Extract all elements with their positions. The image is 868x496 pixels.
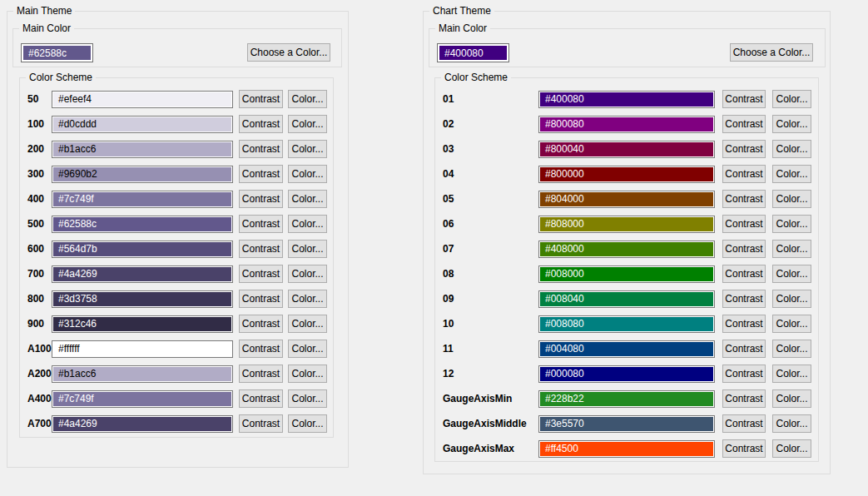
scheme-row: 50 #efeef4 Contrast Color... xyxy=(27,87,333,112)
color-button[interactable]: Color... xyxy=(288,165,327,183)
color-button[interactable]: Color... xyxy=(772,265,811,283)
color-button[interactable]: Color... xyxy=(288,265,327,283)
main-color-groupbox: Main Color #62588c Choose a Color... xyxy=(12,28,342,67)
color-swatch: #804000 xyxy=(538,191,715,208)
contrast-button[interactable]: Contrast xyxy=(722,190,766,208)
scheme-row: A700 #4a4269 Contrast Color... xyxy=(27,411,333,436)
contrast-button[interactable]: Contrast xyxy=(239,165,283,183)
scheme-row: 02 #800080 Contrast Color... xyxy=(443,112,818,136)
contrast-button[interactable]: Contrast xyxy=(239,340,283,358)
choose-color-button[interactable]: Choose a Color... xyxy=(247,43,330,62)
contrast-button[interactable]: Contrast xyxy=(722,365,766,383)
contrast-button[interactable]: Contrast xyxy=(722,290,766,308)
row-label: 03 xyxy=(443,143,538,155)
scheme-row: 12 #000080 Contrast Color... xyxy=(443,361,818,386)
scheme-row: 100 #d0cddd Contrast Color... xyxy=(27,112,333,136)
color-button[interactable]: Color... xyxy=(288,315,327,333)
contrast-button[interactable]: Contrast xyxy=(239,389,283,408)
scheme-row: 900 #312c46 Contrast Color... xyxy=(27,311,333,336)
color-swatch: #4a4269 xyxy=(52,265,233,283)
contrast-button[interactable]: Contrast xyxy=(722,265,766,283)
contrast-button[interactable]: Contrast xyxy=(239,190,283,208)
color-button[interactable]: Color... xyxy=(288,340,327,358)
color-scheme-title: Color Scheme xyxy=(441,72,511,84)
contrast-button[interactable]: Contrast xyxy=(722,315,766,333)
scheme-row: 11 #004080 Contrast Color... xyxy=(443,336,818,361)
color-button[interactable]: Color... xyxy=(772,365,811,383)
color-button[interactable]: Color... xyxy=(772,389,811,408)
row-label: A700 xyxy=(27,418,52,429)
contrast-button[interactable]: Contrast xyxy=(239,140,283,158)
color-button[interactable]: Color... xyxy=(288,240,327,258)
color-button[interactable]: Color... xyxy=(772,414,811,433)
row-label: 06 xyxy=(443,218,538,230)
color-button[interactable]: Color... xyxy=(772,140,811,158)
contrast-button[interactable]: Contrast xyxy=(239,290,283,308)
color-button[interactable]: Color... xyxy=(288,90,327,108)
color-button[interactable]: Color... xyxy=(772,340,811,358)
scheme-row: 09 #008040 Contrast Color... xyxy=(443,286,818,311)
color-button[interactable]: Color... xyxy=(288,365,327,383)
contrast-button[interactable]: Contrast xyxy=(722,240,766,258)
color-swatch: #400080 xyxy=(538,91,715,108)
scheme-row: 05 #804000 Contrast Color... xyxy=(443,186,818,211)
color-button[interactable]: Color... xyxy=(772,115,811,133)
row-label: 500 xyxy=(27,218,52,230)
contrast-button[interactable]: Contrast xyxy=(722,414,766,433)
color-button[interactable]: Color... xyxy=(772,215,811,233)
color-button[interactable]: Color... xyxy=(772,165,811,183)
contrast-button[interactable]: Contrast xyxy=(722,215,766,233)
color-swatch: #b1acc6 xyxy=(52,365,233,383)
color-swatch: #4a4269 xyxy=(52,415,233,433)
color-button[interactable]: Color... xyxy=(288,414,327,433)
contrast-button[interactable]: Contrast xyxy=(722,340,766,358)
color-button[interactable]: Color... xyxy=(772,439,811,458)
row-label: 07 xyxy=(443,243,538,255)
color-button[interactable]: Color... xyxy=(288,290,327,308)
contrast-button[interactable]: Contrast xyxy=(722,439,766,458)
color-button[interactable]: Color... xyxy=(772,315,811,333)
color-button[interactable]: Color... xyxy=(288,140,327,158)
scheme-row: 700 #4a4269 Contrast Color... xyxy=(27,261,333,286)
color-button[interactable]: Color... xyxy=(772,90,811,108)
contrast-button[interactable]: Contrast xyxy=(722,389,766,408)
contrast-button[interactable]: Contrast xyxy=(722,115,766,133)
chart-theme-title: Chart Theme xyxy=(429,5,494,17)
contrast-button[interactable]: Contrast xyxy=(722,140,766,158)
contrast-button[interactable]: Contrast xyxy=(239,315,283,333)
main-color-swatch: #62588c xyxy=(21,43,93,62)
color-button[interactable]: Color... xyxy=(772,240,811,258)
color-button[interactable]: Color... xyxy=(288,389,327,408)
color-button[interactable]: Color... xyxy=(288,190,327,208)
row-label: 300 xyxy=(27,168,52,180)
color-swatch: #d0cddd xyxy=(52,116,233,133)
color-button[interactable]: Color... xyxy=(772,290,811,308)
row-label: 02 xyxy=(443,118,538,130)
row-label: 10 xyxy=(443,318,538,330)
contrast-button[interactable]: Contrast xyxy=(239,365,283,383)
color-button[interactable]: Color... xyxy=(288,115,327,133)
color-button[interactable]: Color... xyxy=(772,190,811,208)
row-label: GaugeAxisMin xyxy=(443,393,538,404)
color-swatch: #9690b2 xyxy=(52,166,233,183)
contrast-button[interactable]: Contrast xyxy=(722,165,766,183)
scheme-row: A100 #ffffff Contrast Color... xyxy=(27,336,333,361)
contrast-button[interactable]: Contrast xyxy=(239,240,283,258)
contrast-button[interactable]: Contrast xyxy=(239,215,283,233)
contrast-button[interactable]: Contrast xyxy=(239,115,283,133)
row-label: A100 xyxy=(27,343,52,355)
choose-color-button[interactable]: Choose a Color... xyxy=(730,43,813,62)
contrast-button[interactable]: Contrast xyxy=(239,90,283,108)
scheme-row: GaugeAxisMin #228b22 Contrast Color... xyxy=(443,386,818,411)
color-swatch: #228b22 xyxy=(538,390,715,408)
color-swatch: #004080 xyxy=(538,340,715,358)
contrast-button[interactable]: Contrast xyxy=(239,265,283,283)
contrast-button[interactable]: Contrast xyxy=(239,414,283,433)
scheme-row: 400 #7c749f Contrast Color... xyxy=(27,186,333,211)
scheme-row: 03 #800040 Contrast Color... xyxy=(443,136,818,161)
color-swatch: #7c749f xyxy=(52,191,233,208)
color-button[interactable]: Color... xyxy=(288,215,327,233)
color-swatch: #312c46 xyxy=(52,315,233,333)
color-swatch: #408000 xyxy=(538,241,715,258)
contrast-button[interactable]: Contrast xyxy=(722,90,766,108)
